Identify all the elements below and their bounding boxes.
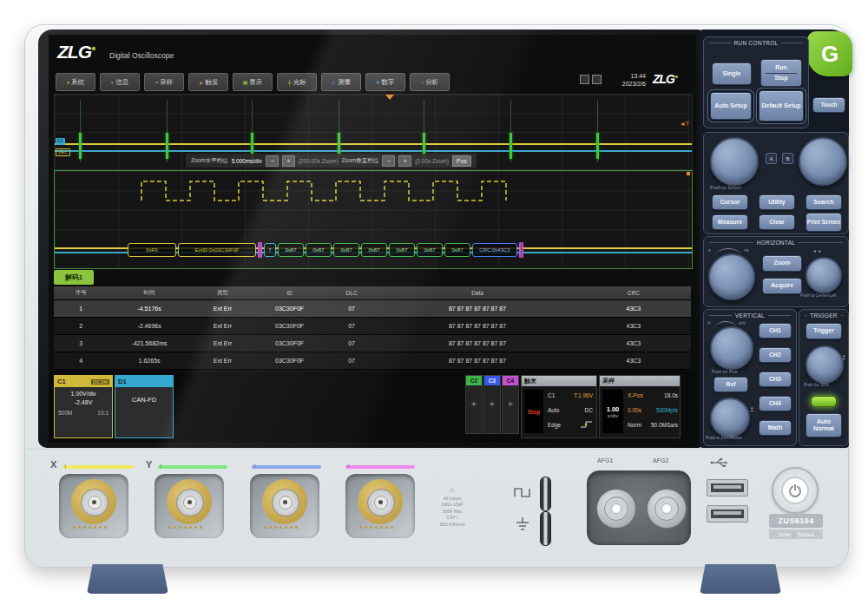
memory-depth: 500Mpts (656, 407, 678, 413)
frame-ext-id[interactable]: ExtID:0x03C30F0F (178, 243, 256, 257)
frame-data-byte[interactable]: 0x87 (389, 243, 415, 257)
single-button[interactable]: Single (712, 62, 752, 85)
c1-scale: 1.00V/div (55, 391, 112, 397)
frame-data-byte[interactable]: 0x87 (278, 243, 304, 257)
grid-view-icon[interactable] (580, 75, 589, 84)
c2-add[interactable]: + (466, 399, 482, 409)
burst (166, 133, 168, 159)
acquisition-state: Stop (528, 409, 540, 415)
trigger-status-panel[interactable]: 触发 Stop C1 T:1.96V Auto DC Edge (521, 375, 597, 438)
zoom-h-minus-button[interactable]: − (266, 155, 279, 167)
push-to-center-label: Push to Center/Left (800, 293, 836, 298)
spec-bandwidth: 1GHz (774, 532, 793, 537)
corner-brand: ZLG (653, 71, 678, 87)
horizontal-scale-knob[interactable] (708, 253, 755, 300)
c4-add[interactable]: + (503, 399, 518, 409)
menu-item-cursor[interactable]: ┼光标 (277, 73, 317, 91)
default-setup-button[interactable]: Default Setup (759, 90, 804, 122)
vpos-arrows-icon: ▲▼ (750, 406, 753, 412)
screen[interactable]: ZLG Digital Oscilloscope ●系统 ◐信息 ≈采样 ▲触发… (49, 35, 696, 443)
rising-edge-icon (580, 420, 593, 429)
frame-sof[interactable]: 0xF0 (128, 243, 176, 257)
zoom-v-plus-button[interactable]: + (398, 155, 411, 167)
menu-item-display[interactable]: ▦显示 (233, 73, 273, 91)
frame-data-byte[interactable]: 0x87 (417, 243, 443, 257)
menu-item-analyze[interactable]: ○分析 (410, 73, 450, 91)
zoom-button[interactable]: Zoom (762, 255, 802, 272)
print-screen-button[interactable]: Print Screen (806, 213, 842, 232)
channel-c3-box[interactable]: C3 + (483, 375, 501, 434)
channel-c1-box[interactable]: C1 DC1M 1.00V/div -2.48V 500M 10:1 (54, 375, 113, 438)
frame-dlc[interactable]: 7 (264, 243, 276, 257)
run-stop-button[interactable]: Run Stop (760, 59, 802, 87)
channel-c4-box[interactable]: C4 + (502, 375, 519, 434)
ch3-button[interactable]: CH3 (759, 372, 792, 387)
ch4-button[interactable]: CH4 (759, 396, 792, 411)
cursor-button[interactable]: Cursor (712, 194, 748, 210)
table-row[interactable]: 2-2.4696s Ext Err03C30F0F 0787 87 87 87 … (54, 318, 691, 335)
touch-button[interactable]: Touch (812, 97, 845, 113)
clear-button[interactable]: Clear (759, 214, 795, 230)
zoom-waveform-window[interactable]: 0xF0 ExtID:0x03C30F0F 7 0x87 0x87 0x87 0… (54, 170, 693, 269)
measure-button[interactable]: Measure (712, 214, 748, 230)
menu-item-info[interactable]: ◐信息 (100, 73, 140, 91)
channel-c2-box[interactable]: C2 + (465, 375, 483, 434)
frame-data-byte[interactable]: 0x87 (306, 243, 332, 257)
vertical-scale-knob[interactable] (710, 326, 753, 370)
auto-normal-button[interactable]: Auto Normal (806, 413, 842, 437)
math-button[interactable]: Math (759, 420, 792, 436)
menu-item-sample[interactable]: ≈采样 (144, 73, 184, 91)
menu-item-trigger[interactable]: ▲触发 (188, 73, 228, 91)
table-row[interactable]: 1-4.5176s Ext Err03C30F0F 0787 87 87 87 … (54, 300, 691, 318)
frame-data-byte[interactable]: 0x87 (333, 243, 359, 257)
sample-status-panel[interactable]: 采样 1.00 s/div X-Pos 18.0s 0.00s 500Mpts … (599, 375, 681, 438)
multipurpose-knob-b[interactable] (799, 137, 847, 186)
zoom-pos-button[interactable]: Pos (452, 155, 471, 167)
frame-crc[interactable]: CRC:0x43C3 (472, 243, 517, 257)
delay-value: 0.00s (628, 407, 641, 413)
zoom-h-plus-button[interactable]: + (282, 155, 295, 167)
probe-comp-signal-terminal (540, 477, 551, 511)
display-mode-icons[interactable] (580, 75, 602, 84)
channel-d1-box[interactable]: D1 CAN-FD (115, 375, 174, 438)
table-row[interactable]: 41.6265s Ext Err03C30F0F 0787 87 87 87 8… (54, 352, 691, 370)
acquire-mode: Norm (628, 422, 641, 428)
digital-icon: # (377, 80, 379, 85)
decode-marker[interactable]: DEC (56, 148, 70, 156)
zoom-v-minus-button[interactable]: − (382, 155, 395, 167)
trigger-position-marker[interactable] (385, 95, 394, 100)
power-button[interactable] (772, 467, 819, 514)
frame-data-byte[interactable]: 0x87 (444, 243, 470, 257)
warning-icon: ⚠ (425, 486, 479, 496)
ch1-button[interactable]: CH1 (759, 323, 792, 339)
gear-icon: ● (67, 80, 70, 85)
search-button[interactable]: Search (806, 194, 842, 210)
c3-add[interactable]: + (484, 399, 500, 409)
trigger-button[interactable]: Trigger (806, 323, 842, 339)
can-fd-decode-frames: 0xF0 ExtID:0x03C30F0F 7 0x87 0x87 0x87 0… (128, 242, 523, 258)
multipurpose-knob-a[interactable] (710, 137, 759, 186)
utility-button[interactable]: Utility (759, 194, 795, 210)
menu-item-digital[interactable]: #数字 (365, 73, 405, 91)
d1-channel-marker[interactable]: D1 (56, 138, 65, 145)
ch3-number: 3 (253, 464, 256, 469)
push-to-zero-label: Push to Zero/Reset (706, 436, 741, 440)
vertical-position-knob[interactable] (710, 398, 750, 437)
auto-setup-button[interactable]: Auto Setup (710, 92, 752, 120)
menu-item-system[interactable]: ●系统 (56, 73, 95, 91)
menu-item-measure[interactable]: ∠测量 (321, 73, 361, 91)
frame-data-byte[interactable]: 0x87 (361, 243, 387, 257)
c1-label: C1 (57, 378, 66, 385)
trigger-level-knob[interactable] (806, 345, 844, 384)
acquire-button[interactable]: Acquire (762, 278, 802, 294)
decode-tab[interactable]: 解码1 (54, 270, 94, 285)
ch2-button[interactable]: CH2 (759, 347, 792, 363)
scale-v-label: V (707, 320, 711, 326)
usb-port-2 (707, 505, 748, 523)
table-row[interactable]: 3-421.5682ms Ext Err03C30F0F 0787 87 87 … (54, 335, 691, 352)
trigger-level-marker[interactable]: ◄T (680, 121, 689, 127)
ref-button[interactable]: Ref (713, 377, 748, 392)
ch4-number: 4 (347, 464, 350, 469)
c1-probe: 10:1 (97, 410, 108, 416)
horizontal-position-knob[interactable] (806, 257, 842, 293)
